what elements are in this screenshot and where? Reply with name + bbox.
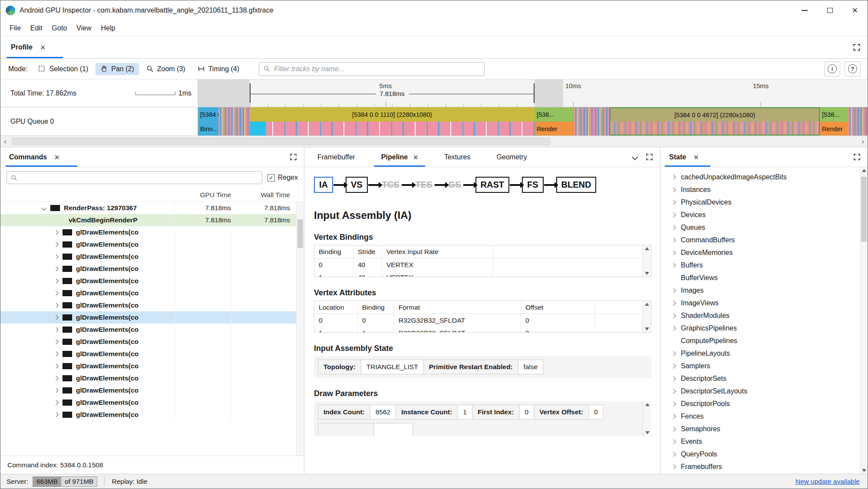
stage-tcs[interactable]: TCS — [380, 178, 401, 192]
chevron-down-icon[interactable] — [632, 154, 638, 160]
state-item-physicaldevices[interactable]: PhysicalDevices — [660, 196, 860, 208]
expand-icon[interactable] — [671, 363, 676, 368]
expand-icon[interactable] — [53, 339, 58, 344]
state-item-shadermodules[interactable]: ShaderModules — [660, 309, 860, 322]
command-row[interactable]: glDrawElements(co — [0, 336, 296, 348]
expand-icon[interactable] — [53, 230, 58, 235]
maximize-button[interactable] — [817, 0, 842, 20]
mode-zoom-button[interactable]: Zoom (3) — [142, 63, 190, 75]
scroll-right-icon[interactable]: › — [861, 138, 864, 145]
state-item-samplers[interactable]: Samplers — [660, 360, 860, 372]
expand-icon[interactable] — [671, 351, 676, 356]
expand-icon[interactable] — [53, 254, 58, 259]
timeline-span-render-1[interactable]: [538... Render — [535, 107, 574, 135]
scrollbar-thumb[interactable] — [861, 177, 867, 242]
menu-item-edit[interactable]: Edit — [26, 24, 47, 32]
tab-profile[interactable]: Profile × — [0, 36, 53, 58]
state-item-graphicspipelines[interactable]: GraphicsPipelines — [660, 322, 860, 334]
menu-item-view[interactable]: View — [72, 24, 96, 32]
mode-timing-button[interactable]: Timing (4) — [193, 63, 244, 75]
timeline-horizontal-scrollbar[interactable]: ‹ › — [0, 136, 868, 147]
menu-item-file[interactable]: File — [5, 24, 26, 32]
table-row[interactable]: 0 40 VERTEX — [314, 258, 651, 271]
expand-icon[interactable] — [53, 363, 58, 368]
scroll-down-icon[interactable] — [645, 327, 649, 330]
timeline-span-group[interactable] — [848, 107, 868, 135]
tab-pipeline[interactable]: Pipeline × — [368, 147, 431, 167]
command-row[interactable]: glDrawElements(co — [0, 348, 296, 360]
expand-icon[interactable] — [671, 187, 676, 192]
stage-rast[interactable]: RAST — [475, 177, 509, 193]
fullscreen-icon[interactable] — [646, 153, 653, 161]
command-row[interactable]: glDrawElements(co — [0, 238, 296, 251]
expand-icon[interactable] — [53, 388, 58, 393]
state-item-devicememories[interactable]: DeviceMemories — [660, 246, 860, 259]
table-row[interactable]: 1 40 VERTEX — [314, 271, 651, 277]
minimize-button[interactable] — [792, 0, 817, 20]
help-button[interactable]: ? — [845, 62, 861, 76]
state-item-images[interactable]: Images — [660, 284, 860, 297]
command-row[interactable]: RenderPass: 129703677.818ms7.818ms — [0, 202, 296, 214]
scroll-up-icon[interactable] — [645, 403, 650, 406]
state-item-descriptorpools[interactable]: DescriptorPools — [660, 397, 860, 410]
commands-search-input[interactable] — [7, 171, 262, 184]
command-row[interactable]: glDrawElements(co — [0, 384, 296, 396]
state-item-descriptorsetlayouts[interactable]: DescriptorSetLayouts — [660, 385, 860, 397]
command-row[interactable]: glDrawElements(co — [0, 287, 296, 299]
command-row[interactable]: vkCmdBeginRenderP7.818ms7.818ms — [0, 214, 296, 226]
state-item-queues[interactable]: Queues — [660, 221, 860, 234]
expand-icon[interactable] — [53, 327, 58, 332]
table-scrollbar[interactable] — [642, 301, 651, 332]
command-row[interactable]: glDrawElements(co — [0, 263, 296, 275]
command-row[interactable]: glDrawElements(co — [0, 311, 296, 324]
info-button[interactable]: i — [824, 62, 840, 76]
scroll-left-icon[interactable]: ‹ — [4, 138, 7, 145]
expand-icon[interactable] — [671, 401, 676, 406]
expand-icon[interactable] — [53, 412, 58, 417]
expand-icon[interactable] — [53, 303, 58, 307]
tab-geometry[interactable]: Geometry — [483, 147, 540, 167]
expand-icon[interactable] — [671, 200, 676, 205]
state-item-instances[interactable]: Instances — [660, 183, 860, 196]
close-tab-icon[interactable]: × — [40, 43, 46, 52]
expand-icon[interactable] — [671, 464, 676, 469]
state-vertical-scrollbar[interactable] — [860, 167, 868, 474]
expand-icon[interactable] — [671, 263, 676, 268]
state-item-computepipelines[interactable]: ComputePipelines — [660, 334, 860, 347]
timeline-span-renderpass-4672[interactable]: [5384 0 0 4672] (2280x1080) — [610, 107, 820, 135]
expand-icon[interactable] — [53, 291, 58, 295]
command-row[interactable]: glDrawElements(co — [0, 409, 296, 421]
command-row[interactable]: glDrawElements(co — [0, 299, 296, 311]
expand-icon[interactable] — [53, 242, 58, 247]
expand-icon[interactable] — [53, 400, 58, 405]
timeline-ruler[interactable]: 5ms 10ms 15ms 7.818ms — [198, 79, 868, 107]
tab-framebuffer[interactable]: Framebuffer — [304, 147, 368, 167]
scroll-up-icon[interactable] — [645, 303, 649, 306]
close-tab-icon[interactable]: × — [693, 153, 699, 162]
state-item-pipelinelayouts[interactable]: PipelineLayouts — [660, 347, 860, 360]
commands-vertical-scrollbar[interactable] — [296, 202, 304, 456]
expand-icon[interactable] — [671, 439, 676, 444]
fullscreen-icon[interactable] — [853, 153, 861, 161]
expand-icon[interactable] — [671, 225, 676, 230]
tab-state[interactable]: State × — [660, 147, 705, 167]
fullscreen-icon[interactable] — [290, 153, 297, 161]
expand-icon[interactable] — [53, 278, 58, 283]
menu-item-help[interactable]: Help — [96, 24, 120, 32]
table-scrollbar[interactable] — [642, 245, 651, 277]
stage-gs[interactable]: GS — [447, 178, 463, 192]
command-row[interactable]: glDrawElements(co — [0, 251, 296, 263]
scroll-down-icon[interactable] — [862, 469, 866, 472]
stage-fs[interactable]: FS — [522, 177, 544, 193]
table-row[interactable]: 0 0 R32G32B32_SFLOAT 0 — [314, 314, 651, 327]
stage-tes[interactable]: TES — [414, 178, 434, 192]
command-row[interactable]: glDrawElements(co — [0, 360, 296, 372]
table-scrollbar[interactable] — [643, 401, 651, 436]
table-row[interactable]: 1 1 R32G32B32_SFLOAT 0 — [314, 327, 651, 333]
scrollbar-thumb[interactable] — [297, 219, 303, 248]
menu-item-goto[interactable]: Goto — [47, 24, 72, 32]
scroll-up-icon[interactable] — [645, 247, 649, 250]
expand-icon[interactable] — [671, 326, 676, 330]
expand-icon[interactable] — [671, 389, 676, 393]
scrollbar-thumb[interactable] — [12, 138, 550, 145]
